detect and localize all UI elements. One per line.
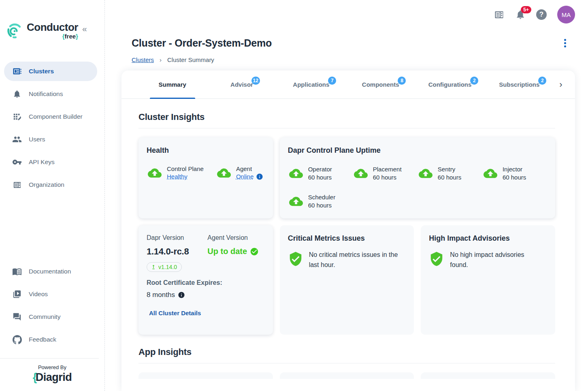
uptime-injector: Injector60 hours [482, 165, 547, 181]
sidebar-item-feedback[interactable]: Feedback [4, 330, 97, 349]
tab-applications[interactable]: Applications 7 [277, 71, 346, 98]
shield-check-icon [288, 250, 303, 268]
breadcrumb-clusters-link[interactable]: Clusters [132, 56, 154, 63]
sidebar-item-organization[interactable]: Organization [4, 175, 97, 194]
component-builder-icon [12, 112, 22, 122]
notification-count-badge: 5+ [521, 6, 531, 13]
page-title: Cluster - Order-System-Demo [132, 37, 272, 49]
app-insight-card [138, 372, 273, 379]
brand-tier: {free} [62, 33, 78, 40]
info-icon[interactable] [256, 173, 263, 180]
sidebar-item-users[interactable]: Users [4, 130, 97, 149]
cloud-up-icon [353, 167, 369, 180]
critical-metrics-title: Critical Metrics Issues [288, 234, 406, 243]
sidebar-collapse-icon[interactable]: « [82, 24, 87, 33]
dapr-version-value: 1.14.0-rc.8 [147, 246, 189, 257]
tab-bar: Summary Advisor 12 Applications 7 Compon… [121, 71, 575, 99]
uptime-operator: Operator60 hours [288, 165, 353, 181]
sidebar-item-api-keys[interactable]: API Keys [4, 152, 97, 172]
key-icon [12, 157, 22, 167]
tab-advisor[interactable]: Advisor 12 [207, 71, 276, 98]
sidebar-item-label: Videos [29, 291, 48, 298]
cloud-up-icon [482, 167, 499, 180]
sidebar-item-community[interactable]: Community [4, 307, 97, 327]
uptime-placement: Placement60 hours [353, 165, 418, 181]
notifications-bell-icon[interactable]: 5+ [515, 9, 526, 20]
critical-metrics-message: No critical metrics issues in the last h… [309, 250, 402, 270]
app-insight-card [280, 372, 414, 379]
organization-icon [12, 180, 22, 190]
organization-switcher-icon[interactable] [494, 9, 505, 20]
uptime-sentry: Sentry60 hours [418, 165, 482, 181]
check-circle-icon [250, 247, 259, 256]
brand-logo: Conductor {free} « [6, 21, 104, 41]
sidebar-item-label: Notifications [29, 90, 63, 98]
health-card-title: Health [147, 146, 265, 155]
sidebar-item-clusters[interactable]: Clusters [4, 62, 97, 81]
powered-by-label: Powered By [38, 364, 66, 370]
tab-components[interactable]: Components 8 [346, 71, 415, 98]
bell-icon [12, 89, 22, 99]
dapr-version-label: Dapr Version [147, 234, 189, 241]
cert-expires-label: Root Certificate Expires: [147, 279, 222, 286]
tab-badge: 7 [328, 77, 336, 85]
critical-metrics-card: Critical Metrics Issues No critical metr… [280, 225, 414, 335]
status-label: Control Plane [167, 165, 204, 173]
sidebar-item-label: Documentation [29, 268, 71, 275]
tab-summary[interactable]: Summary [138, 71, 207, 98]
section-divider [138, 363, 555, 363]
upgrade-icon [150, 264, 157, 270]
tab-badge: 2 [470, 77, 478, 85]
breadcrumb-current: Cluster Summary [167, 56, 214, 63]
diagrid-logo: {Diagrid [33, 371, 72, 384]
sidebar-item-label: API Keys [29, 158, 55, 166]
app-insights-heading: App Insights [138, 347, 555, 357]
sidebar-item-notifications[interactable]: Notifications [4, 84, 97, 104]
avatar[interactable]: MA [557, 6, 575, 24]
powered-by-block: Powered By {Diagrid [0, 359, 104, 391]
shield-check-icon [429, 250, 444, 268]
brand-name: Conductor [27, 21, 78, 34]
tab-configurations[interactable]: Configurations 2 [415, 71, 484, 98]
agent-version-label: Agent Version [207, 234, 259, 241]
clusters-icon [12, 66, 22, 76]
uptime-card-title: Dapr Control Plane Uptime [288, 146, 547, 155]
tabs-overflow-chevron-icon[interactable]: › [554, 79, 568, 90]
agent-status: Agent Online [216, 165, 263, 181]
users-icon [12, 135, 22, 144]
sidebar-main-nav: Clusters Notifications Component Builder [0, 60, 104, 196]
video-icon [12, 289, 22, 299]
status-label: Agent [236, 165, 263, 173]
control-plane-healthy-link[interactable]: Healthy [167, 173, 204, 181]
cluster-insights-heading: Cluster Insights [138, 112, 555, 122]
app-insights-cards [138, 372, 555, 379]
uptime-scheduler: Scheduler60 hours [288, 193, 353, 209]
dapr-version-card: Dapr Version 1.14.0-rc.8 Agent Version U… [138, 225, 273, 335]
cloud-up-icon [288, 194, 304, 208]
tab-subscriptions[interactable]: Subscriptions 2 [485, 71, 554, 98]
sidebar-item-component-builder[interactable]: Component Builder [4, 107, 97, 126]
agent-online-link[interactable]: Online [236, 173, 254, 181]
sidebar-item-label: Clusters [29, 68, 54, 75]
sidebar: Conductor {free} « Clusters [0, 0, 105, 391]
sidebar-item-documentation[interactable]: Documentation [4, 262, 97, 281]
sidebar-item-label: Users [29, 136, 45, 143]
agent-version-status: Up to date [207, 247, 259, 256]
advisories-message: No high impact advisories found. [450, 250, 543, 270]
section-divider [138, 128, 555, 128]
sidebar-item-label: Component Builder [29, 113, 83, 120]
help-icon[interactable]: ? [536, 9, 547, 20]
upgrade-version-chip[interactable]: v1.14.0 [147, 262, 182, 272]
all-cluster-details-link[interactable]: All Cluster Details [149, 310, 201, 316]
conductor-logo-icon [6, 22, 23, 41]
sidebar-item-videos[interactable]: Videos [4, 284, 97, 304]
cloud-up-icon [288, 167, 304, 180]
kebab-menu-icon[interactable] [562, 37, 569, 49]
header-actions: 5+ ? MA [105, 6, 575, 24]
breadcrumb-chevron-icon: › [160, 56, 162, 63]
control-plane-status: Control Plane Healthy [147, 165, 204, 181]
tab-badge: 8 [398, 77, 406, 85]
health-card: Health Control Plane Healthy [138, 137, 273, 218]
info-icon[interactable] [178, 291, 185, 299]
tab-badge: 2 [538, 77, 546, 85]
